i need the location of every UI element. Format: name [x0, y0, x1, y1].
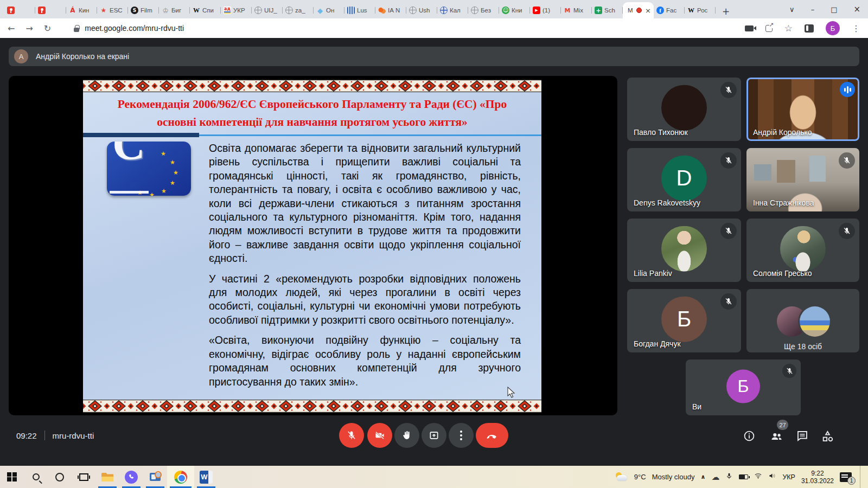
browser-tab[interactable]: Lus × [344, 2, 375, 18]
chrome-button[interactable] [167, 466, 194, 488]
tab-label: Кни [512, 7, 527, 14]
browser-tab[interactable]: Sch × [592, 2, 623, 18]
mic-muted-icon [720, 82, 737, 98]
mic-muted-icon [720, 152, 737, 169]
participant-tile[interactable]: Андрій Королько [746, 78, 859, 141]
participant-tile[interactable]: Соломія Гресько [746, 219, 859, 282]
browser-tab[interactable]: Биг × [159, 2, 190, 18]
browser-tab[interactable]: M × [623, 2, 654, 18]
mic-muted-icon [839, 152, 855, 169]
browser-tab[interactable]: × [35, 2, 66, 18]
browser-tab[interactable]: Спи × [190, 2, 221, 18]
divider [44, 431, 45, 440]
browser-tab[interactable]: × [4, 2, 35, 18]
leave-call-button[interactable] [476, 423, 508, 448]
tab-label: (1) [542, 7, 558, 14]
start-button[interactable] [0, 466, 24, 488]
activities-button[interactable] [820, 429, 834, 443]
meeting-details-button[interactable] [742, 429, 756, 443]
volume-icon[interactable] [768, 472, 776, 482]
avatar: Б [726, 369, 760, 403]
word-button[interactable]: W [194, 466, 218, 488]
raise-hand-button[interactable] [394, 423, 419, 448]
embroidery-border-top [83, 80, 541, 92]
browser-tab[interactable]: (1) × [530, 2, 561, 18]
chat-button[interactable] [795, 429, 809, 443]
browser-tab[interactable]: ІА N × [375, 2, 406, 18]
tab-favicon [564, 7, 571, 14]
tab-search-chevron-icon[interactable]: ∨ [789, 5, 795, 14]
browser-tab[interactable]: Fac × [654, 2, 685, 18]
onedrive-icon[interactable]: ☁ [711, 472, 719, 482]
browser-tab[interactable]: Кал × [437, 2, 468, 18]
tab-favicon [224, 7, 231, 14]
show-participants-button[interactable] [769, 429, 783, 443]
battery-icon[interactable] [739, 474, 748, 479]
task-view-icon [79, 473, 88, 481]
task-view-button[interactable] [72, 466, 95, 488]
browser-tab[interactable]: za_ × [283, 2, 314, 18]
participant-tile[interactable]: Lilia Pankiv [627, 219, 741, 282]
participant-tile[interactable]: D Denys Rakovetskyy [627, 148, 741, 211]
participant-tile[interactable]: Б Богдан Дячук [627, 289, 741, 352]
tray-expand-icon[interactable]: ∧ [700, 473, 705, 480]
browser-tab[interactable]: Без × [468, 2, 499, 18]
menu-kebab-icon[interactable]: ⋮ [852, 23, 860, 34]
tab-label: ESC [110, 7, 125, 14]
camera-toggle-button[interactable] [367, 423, 392, 448]
reload-icon[interactable]: ↻ [44, 23, 51, 34]
mic-muted-icon [720, 223, 737, 239]
action-center-icon[interactable]: 1 [840, 472, 852, 482]
weather-icon[interactable] [615, 472, 628, 482]
file-explorer-button[interactable] [95, 466, 119, 488]
back-icon[interactable]: ← [8, 23, 15, 34]
browser-tab[interactable]: Рос × [685, 2, 716, 18]
browser-tab[interactable]: Он × [314, 2, 344, 18]
presenting-banner: A Андрій Королько на екрані [9, 47, 859, 66]
browser-tab[interactable]: Ush × [406, 2, 437, 18]
self-tile[interactable]: Б Ви [686, 359, 801, 415]
tab-label: Рос [697, 7, 713, 14]
browser-tab[interactable]: ESC × [97, 2, 128, 18]
language-indicator[interactable]: УКР [782, 473, 795, 481]
clock[interactable]: 9:22 31.03.2022 [801, 470, 834, 485]
participant-tile[interactable]: Інна Стражнікова [746, 148, 859, 211]
mic-toggle-button[interactable] [339, 423, 364, 448]
participant-tile[interactable]: Павло Тихонюк [627, 78, 741, 141]
close-button[interactable]: × [853, 4, 860, 14]
forward-icon[interactable]: → [25, 23, 33, 34]
window-controls: ∨ – □ × [789, 0, 860, 18]
tab-label: Биг [171, 7, 187, 14]
bookmark-star-icon[interactable]: ☆ [784, 23, 793, 34]
browser-tab[interactable]: UIJ_ × [252, 2, 283, 18]
show-desktop-button[interactable] [860, 466, 860, 488]
address-bar[interactable]: meet.google.com/mru-rdvu-tti [85, 24, 184, 33]
weather-condition[interactable]: Mostly cloudy [652, 473, 695, 481]
browser-tab[interactable]: Film × [128, 2, 159, 18]
share-icon[interactable] [765, 25, 773, 32]
wifi-icon[interactable] [754, 472, 762, 482]
browser-tab[interactable]: Кин × [66, 2, 97, 18]
camera-indicator-icon[interactable] [745, 25, 754, 31]
browser-tab[interactable]: Міх × [561, 2, 592, 18]
search-button[interactable] [24, 466, 48, 488]
maximize-button[interactable]: □ [831, 5, 837, 14]
tab-close-icon[interactable]: × [645, 7, 651, 15]
overflow-participants-tile[interactable]: Ще 18 осіб [746, 289, 859, 352]
browser-tab[interactable]: Кни × [499, 2, 530, 18]
logo-caption-strip [110, 191, 149, 194]
tab-favicon [471, 7, 478, 14]
dictionary-app-button[interactable] [143, 466, 167, 488]
more-options-button[interactable] [449, 423, 474, 448]
new-tab-button[interactable]: + [719, 4, 733, 18]
tray-mic-icon[interactable] [725, 472, 733, 482]
viber-button[interactable] [119, 466, 143, 488]
cortana-button[interactable] [48, 466, 72, 488]
minimize-button[interactable]: – [811, 5, 815, 14]
side-panel-icon[interactable] [805, 24, 814, 33]
browser-tab[interactable]: УКР × [221, 2, 252, 18]
profile-avatar[interactable]: Б [826, 21, 840, 35]
meeting-time: 09:22 [16, 431, 37, 440]
weather-temp[interactable]: 9°C [634, 473, 646, 481]
present-screen-button[interactable] [422, 423, 446, 448]
